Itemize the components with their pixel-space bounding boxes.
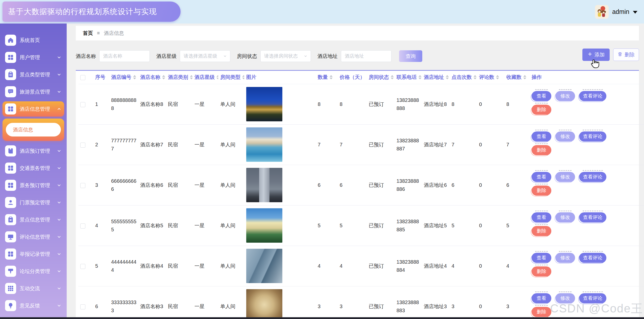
view-comments-button[interactable]: 查看评论: [579, 172, 606, 182]
view-comments-button[interactable]: 查看评论: [579, 212, 606, 222]
view-comments-button[interactable]: 查看评论: [579, 293, 606, 303]
col-5[interactable]: 房间类型: [218, 71, 244, 84]
sort-caret-icon[interactable]: [216, 75, 218, 79]
sidebar-item-0[interactable]: 系统首页: [3, 33, 64, 48]
clipboard-x-icon: [5, 214, 16, 225]
sort-caret-icon[interactable]: [523, 75, 526, 79]
cell-text: 已预订: [369, 101, 384, 107]
view-comments-button[interactable]: 查看评论: [579, 91, 606, 101]
view-button[interactable]: 查看: [532, 172, 551, 182]
col-8[interactable]: 价格（天）: [338, 71, 367, 84]
sort-caret-icon[interactable]: [391, 75, 394, 79]
delete-row-button[interactable]: 删除: [532, 266, 551, 277]
view-comments-button[interactable]: 查看评论: [579, 253, 606, 263]
delete-row-button[interactable]: 删除: [532, 105, 551, 115]
col-14[interactable]: 收藏数: [504, 71, 530, 84]
col-checkbox[interactable]: [78, 71, 93, 84]
filter-input-0[interactable]: [99, 50, 150, 62]
sort-caret-icon[interactable]: [446, 75, 449, 79]
delete-row-button[interactable]: 删除: [532, 186, 551, 196]
edit-button[interactable]: 修改: [555, 131, 575, 142]
edit-button[interactable]: 修改: [555, 253, 575, 263]
cell-checkbox: [78, 84, 93, 124]
cell-hotel-no: 7777777777: [109, 124, 138, 165]
row-checkbox[interactable]: [80, 264, 85, 269]
sort-caret-icon[interactable]: [190, 75, 192, 79]
action-row: 删除: [532, 266, 644, 277]
delete-row-button[interactable]: 删除: [532, 226, 551, 236]
filter-select-2[interactable]: 请选择房间状态: [260, 50, 311, 62]
col-1[interactable]: 酒店编号: [109, 71, 138, 84]
cell-favorites: 8: [504, 84, 530, 124]
col-3[interactable]: 酒店类别: [166, 71, 192, 84]
col-10[interactable]: 联系电话: [394, 71, 422, 84]
hotel-photo: [246, 289, 282, 319]
sidebar-subitem[interactable]: 酒店信息: [6, 123, 61, 136]
filter-select-1[interactable]: 请选择酒店星级: [180, 50, 230, 62]
col-13[interactable]: 评论数: [477, 71, 504, 84]
cell-price: 5: [338, 205, 367, 246]
sidebar-item-5[interactable]: 酒店预订管理: [3, 143, 64, 158]
sidebar-item-1[interactable]: 用户管理: [3, 50, 64, 65]
sidebar-item-4[interactable]: 酒店信息管理: [3, 101, 64, 117]
col-11[interactable]: 酒店地址: [422, 71, 450, 84]
edit-button[interactable]: 修改: [555, 212, 575, 222]
sidebar-item-12[interactable]: 论坛分类管理: [3, 264, 64, 279]
sidebar-item-14[interactable]: 意见反馈: [3, 298, 64, 313]
row-checkbox[interactable]: [80, 183, 85, 188]
add-button[interactable]: 添加: [582, 49, 610, 61]
sidebar-item-11[interactable]: 举报记录管理: [3, 246, 64, 262]
sort-caret-icon[interactable]: [474, 75, 477, 79]
window-bottom-edge: [0, 317, 644, 319]
col-7[interactable]: 数量: [316, 71, 338, 84]
sidebar-item-3[interactable]: 旅游景点管理: [3, 84, 64, 99]
delete-row-button[interactable]: 删除: [532, 145, 551, 155]
view-comments-button[interactable]: 查看评论: [579, 131, 606, 142]
cell-text: 3: [340, 304, 342, 309]
view-button[interactable]: 查看: [532, 293, 551, 303]
view-button[interactable]: 查看: [532, 91, 551, 101]
sidebar-item-9[interactable]: 景点信息管理: [3, 212, 64, 227]
view-button[interactable]: 查看: [532, 212, 551, 222]
sort-caret-icon[interactable]: [242, 75, 244, 79]
cell-room-status: 已预订: [367, 246, 394, 286]
delete-button[interactable]: 删除: [613, 49, 639, 61]
search-button[interactable]: 查询: [399, 50, 422, 62]
edit-button[interactable]: 修改: [555, 91, 575, 101]
col-12[interactable]: 点击次数: [450, 71, 477, 84]
sidebar-item-7[interactable]: 票务预订管理: [3, 178, 64, 193]
sidebar-item-10[interactable]: 评论信息管理: [3, 229, 64, 244]
view-button[interactable]: 查看: [532, 253, 551, 263]
filter-input-3[interactable]: [341, 50, 391, 62]
edit-button[interactable]: 修改: [555, 293, 575, 303]
cell-text: 4: [452, 263, 454, 269]
cell-no: 5: [93, 246, 109, 286]
col-2[interactable]: 酒店名称: [138, 71, 166, 84]
sort-caret-icon[interactable]: [162, 75, 165, 79]
cell-text: 13823888888: [397, 96, 422, 112]
view-button[interactable]: 查看: [532, 131, 551, 142]
row-checkbox[interactable]: [80, 223, 85, 229]
select-all-checkbox[interactable]: [80, 75, 85, 80]
sort-caret-icon[interactable]: [418, 75, 422, 79]
cell-name: 酒店名称4: [138, 246, 166, 286]
edit-button[interactable]: 修改: [555, 172, 575, 182]
delete-row-button[interactable]: 删除: [532, 307, 551, 317]
user-menu[interactable]: admin: [595, 0, 637, 24]
sort-caret-icon[interactable]: [133, 75, 136, 79]
avatar[interactable]: [595, 5, 609, 19]
cell-hotel-no: 6666666666: [109, 165, 138, 205]
col-4[interactable]: 酒店星级: [192, 71, 218, 84]
sidebar-item-8[interactable]: 门票预定管理: [3, 195, 64, 210]
breadcrumb-home[interactable]: 首页: [83, 30, 93, 37]
sort-caret-icon[interactable]: [330, 75, 333, 79]
sidebar-item-13[interactable]: 互动交流: [3, 281, 64, 296]
col-9[interactable]: 房间状态: [367, 71, 394, 84]
sort-caret-icon[interactable]: [496, 75, 499, 79]
sidebar-item-2[interactable]: 景点类型管理: [3, 67, 64, 82]
sidebar-item-6[interactable]: 交通票务管理: [3, 161, 64, 176]
row-checkbox[interactable]: [80, 304, 85, 309]
row-checkbox[interactable]: [80, 143, 85, 148]
row-checkbox[interactable]: [80, 102, 85, 107]
cell-text: 4: [340, 263, 342, 269]
